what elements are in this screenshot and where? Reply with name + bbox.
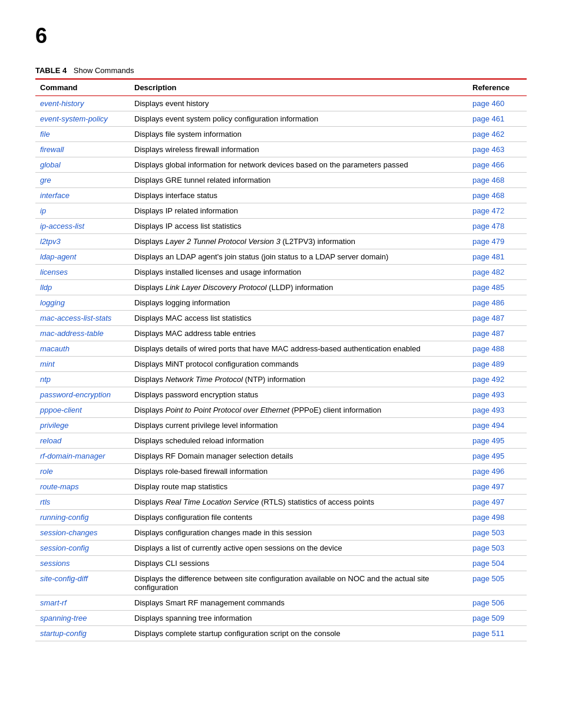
reference-cell[interactable]: page 497	[468, 495, 527, 510]
command-cell[interactable]: licenses	[35, 265, 130, 280]
reference-cell[interactable]: page 511	[468, 626, 527, 641]
description-cell: Displays scheduled reload information	[130, 433, 468, 449]
command-cell[interactable]: site-config-diff	[35, 571, 130, 595]
command-cell[interactable]: pppoe-client	[35, 403, 130, 418]
table-row: ntpDisplays Network Time Protocol (NTP) …	[35, 372, 527, 387]
command-cell[interactable]: gre	[35, 173, 130, 188]
description-cell: Displays RF Domain manager selection det…	[130, 449, 468, 464]
command-cell[interactable]: macauth	[35, 341, 130, 357]
reference-cell[interactable]: page 487	[468, 311, 527, 326]
reference-cell[interactable]: page 495	[468, 449, 527, 464]
table-row: ipDisplays IP related informationpage 47…	[35, 203, 527, 219]
table-row: mac-address-tableDisplays MAC address ta…	[35, 326, 527, 341]
reference-cell[interactable]: page 466	[468, 157, 527, 173]
reference-cell[interactable]: page 482	[468, 265, 527, 280]
command-cell[interactable]: interface	[35, 188, 130, 203]
command-cell[interactable]: event-history	[35, 96, 130, 111]
command-cell[interactable]: ntp	[35, 372, 130, 387]
reference-cell[interactable]: page 462	[468, 127, 527, 142]
reference-cell[interactable]: page 463	[468, 142, 527, 157]
table-body: event-historyDisplays event historypage …	[35, 96, 527, 641]
command-cell[interactable]: global	[35, 157, 130, 173]
reference-cell[interactable]: page 479	[468, 234, 527, 249]
command-cell[interactable]: sessions	[35, 556, 130, 571]
command-cell[interactable]: mac-access-list-stats	[35, 311, 130, 326]
command-cell[interactable]: rtls	[35, 495, 130, 510]
command-cell[interactable]: firewall	[35, 142, 130, 157]
command-cell[interactable]: event-system-policy	[35, 111, 130, 127]
reference-cell[interactable]: page 503	[468, 541, 527, 556]
command-cell[interactable]: running-config	[35, 510, 130, 525]
description-cell: Displays file system information	[130, 127, 468, 142]
command-cell[interactable]: mac-address-table	[35, 326, 130, 341]
table-label: TABLE 4	[35, 66, 67, 75]
header-description: Description	[130, 79, 468, 96]
reference-cell[interactable]: page 488	[468, 341, 527, 357]
reference-cell[interactable]: page 481	[468, 249, 527, 265]
description-cell: Displays event history	[130, 96, 468, 111]
command-cell[interactable]: privilege	[35, 418, 130, 433]
reference-cell[interactable]: page 503	[468, 525, 527, 541]
description-cell: Displays current privilege level informa…	[130, 418, 468, 433]
command-cell[interactable]: lldp	[35, 280, 130, 295]
command-cell[interactable]: smart-rf	[35, 595, 130, 611]
reference-cell[interactable]: page 472	[468, 203, 527, 219]
table-name: Show Commands	[74, 66, 134, 75]
reference-cell[interactable]: page 506	[468, 595, 527, 611]
command-cell[interactable]: session-config	[35, 541, 130, 556]
command-cell[interactable]: route-maps	[35, 479, 130, 495]
command-cell[interactable]: l2tpv3	[35, 234, 130, 249]
reference-cell[interactable]: page 496	[468, 464, 527, 479]
command-cell[interactable]: rf-domain-manager	[35, 449, 130, 464]
table-row: reloadDisplays scheduled reload informat…	[35, 433, 527, 449]
reference-cell[interactable]: page 460	[468, 96, 527, 111]
description-cell: Displays role-based firewall information	[130, 464, 468, 479]
reference-cell[interactable]: page 493	[468, 403, 527, 418]
reference-cell[interactable]: page 478	[468, 219, 527, 234]
page-number: 6	[35, 24, 527, 48]
description-cell: Displays Point to Point Protocol over Et…	[130, 403, 468, 418]
reference-cell[interactable]: page 497	[468, 479, 527, 495]
table-row: running-configDisplays configuration fil…	[35, 510, 527, 525]
reference-cell[interactable]: page 468	[468, 173, 527, 188]
reference-cell[interactable]: page 487	[468, 326, 527, 341]
command-cell[interactable]: reload	[35, 433, 130, 449]
reference-cell[interactable]: page 492	[468, 372, 527, 387]
reference-cell[interactable]: page 489	[468, 357, 527, 372]
command-cell[interactable]: spanning-tree	[35, 611, 130, 626]
command-cell[interactable]: ip-access-list	[35, 219, 130, 234]
reference-cell[interactable]: page 485	[468, 280, 527, 295]
table-row: firewallDisplays wireless firewall infor…	[35, 142, 527, 157]
header-reference: Reference	[468, 79, 527, 96]
description-cell: Displays password encryption status	[130, 387, 468, 403]
command-cell[interactable]: file	[35, 127, 130, 142]
reference-cell[interactable]: page 505	[468, 571, 527, 595]
table-row: licensesDisplays installed licenses and …	[35, 265, 527, 280]
description-cell: Displays event system policy configurati…	[130, 111, 468, 127]
reference-cell[interactable]: page 509	[468, 611, 527, 626]
command-cell[interactable]: startup-config	[35, 626, 130, 641]
reference-cell[interactable]: page 461	[468, 111, 527, 127]
reference-cell[interactable]: page 468	[468, 188, 527, 203]
command-cell[interactable]: password-encryption	[35, 387, 130, 403]
command-cell[interactable]: ip	[35, 203, 130, 219]
table-title: TABLE 4 Show Commands	[35, 66, 527, 75]
description-cell: Displays Network Time Protocol (NTP) inf…	[130, 372, 468, 387]
table-header: Command Description Reference	[35, 79, 527, 96]
table-row: sessionsDisplays CLI sessionspage 504	[35, 556, 527, 571]
command-cell[interactable]: session-changes	[35, 525, 130, 541]
reference-cell[interactable]: page 494	[468, 418, 527, 433]
reference-cell[interactable]: page 493	[468, 387, 527, 403]
command-cell[interactable]: ldap-agent	[35, 249, 130, 265]
description-cell: Displays Smart RF management commands	[130, 595, 468, 611]
reference-cell[interactable]: page 486	[468, 295, 527, 311]
description-cell: Displays installed licenses and usage in…	[130, 265, 468, 280]
command-cell[interactable]: mint	[35, 357, 130, 372]
table-row: lldpDisplays Link Layer Discovery Protoc…	[35, 280, 527, 295]
reference-cell[interactable]: page 504	[468, 556, 527, 571]
reference-cell[interactable]: page 495	[468, 433, 527, 449]
command-cell[interactable]: logging	[35, 295, 130, 311]
table-row: loggingDisplays logging informationpage …	[35, 295, 527, 311]
reference-cell[interactable]: page 498	[468, 510, 527, 525]
command-cell[interactable]: role	[35, 464, 130, 479]
